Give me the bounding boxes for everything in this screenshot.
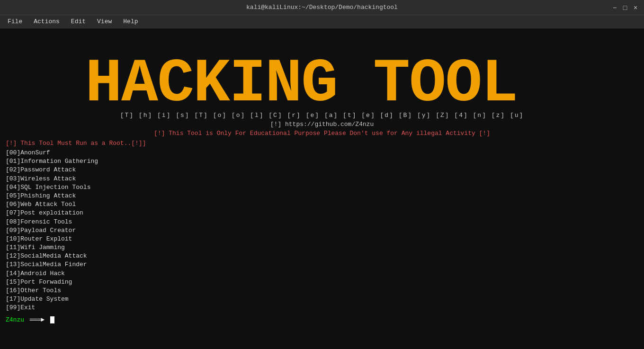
menu-actions[interactable]: Actions	[29, 17, 64, 27]
menu-list: [!] This Tool Must Run as a Root..[!]] […	[6, 140, 638, 313]
menu-entry: [04]SQL Injection Tools	[6, 183, 638, 192]
menu-entry: [09]Payload Creator	[6, 226, 638, 235]
cursor-block	[50, 316, 54, 323]
minimize-button[interactable]: −	[611, 4, 618, 11]
must-run-text: [!] This Tool Must Run as a Root..[!]]	[6, 140, 638, 147]
menu-entry: [16]Other Tools	[6, 286, 638, 295]
logo-svg: HACKING TOOL	[80, 34, 564, 110]
prompt-user: Z4nzu	[6, 316, 24, 323]
menu-entry: [00]AnonSurf	[6, 149, 638, 157]
github-link: [!] https://github.com/Z4nzu	[6, 121, 638, 128]
menu-bar: File Actions Edit View Help	[0, 15, 644, 28]
prompt-arrow: ═══►	[26, 316, 48, 323]
menu-entry: [03]Wireless Attack	[6, 175, 638, 183]
logo-container: HACKING TOOL	[6, 34, 638, 110]
title-bar: kali@kaliLinux:~/Desktop/Demo/hackingtoo…	[0, 0, 644, 15]
menu-entry: [10]Router Exploit	[6, 235, 638, 243]
menu-view[interactable]: View	[92, 17, 116, 27]
menu-edit[interactable]: Edit	[66, 17, 90, 27]
menu-items-container: [00]AnonSurf[01]Information Gathering[02…	[6, 149, 638, 313]
window-title: kali@kaliLinux:~/Desktop/Demo/hackingtoo…	[33, 4, 611, 11]
subtitle-chars: [T] [h] [i] [s] [T] [o] [o] [l] [C] [r] …	[6, 112, 638, 119]
menu-entry: [01]Information Gathering	[6, 157, 638, 166]
menu-entry: [17]Update System	[6, 295, 638, 304]
menu-help[interactable]: Help	[118, 17, 143, 27]
menu-entry: [08]Forensic Tools	[6, 218, 638, 226]
prompt-line: Z4nzu ═══►	[6, 316, 638, 323]
menu-entry: [05]Phishing Attack	[6, 192, 638, 200]
menu-entry: [11]Wifi Jamming	[6, 243, 638, 252]
menu-entry: [07]Post exploitation	[6, 209, 638, 217]
menu-entry: [02]Password Attack	[6, 166, 638, 174]
maximize-button[interactable]: □	[621, 4, 629, 11]
menu-entry: [13]SocialMedia Finder	[6, 260, 638, 269]
close-button[interactable]: ×	[632, 4, 639, 11]
terminal[interactable]: HACKING TOOL [T] [h] [i] [s] [T] [o] [o]…	[0, 28, 644, 349]
menu-entry: [12]SocialMedia Attack	[6, 252, 638, 260]
menu-file[interactable]: File	[3, 17, 27, 27]
menu-entry: [99]Exit	[6, 304, 638, 312]
window-controls[interactable]: − □ ×	[611, 4, 639, 11]
menu-entry: [15]Port Forwading	[6, 278, 638, 286]
warning-text: [!] This Tool is Only For Educational Pu…	[6, 130, 638, 137]
svg-text:HACKING TOOL: HACKING TOOL	[85, 49, 517, 110]
menu-entry: [14]Android Hack	[6, 269, 638, 278]
menu-entry: [06]Web Attack Tool	[6, 200, 638, 209]
